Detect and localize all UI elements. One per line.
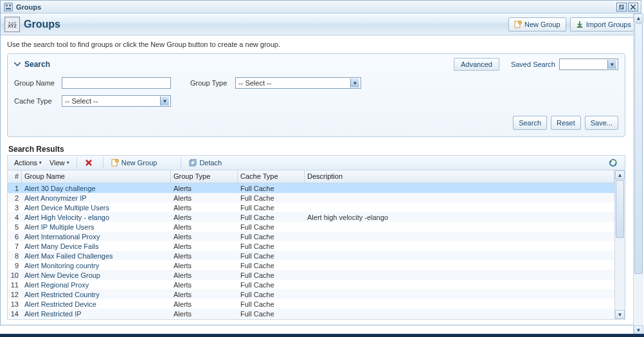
svg-point-14 (115, 159, 118, 163)
svg-rect-15 (190, 161, 195, 166)
cell-num: 4 (8, 214, 22, 221)
detach-button[interactable]: Detach (184, 158, 226, 168)
toolbar-new-group-button[interactable]: New Group (107, 158, 162, 168)
scroll-thumb[interactable] (634, 23, 643, 274)
table-row[interactable]: 13Alert Restricted DeviceAlertsFull Cach… (8, 299, 614, 309)
cell-cache: Full Cache (238, 262, 305, 269)
save-search-button[interactable]: Save... (585, 116, 618, 130)
cell-cache: Full Cache (238, 242, 305, 250)
panel-scrollbar[interactable]: ▲ ▼ (633, 14, 643, 334)
actions-menu[interactable]: Actions▾ (10, 158, 46, 168)
svg-rect-0 (4, 3, 12, 11)
cell-cache: Full Cache (238, 300, 305, 308)
cell-name-link[interactable]: Alert Max Failed Challenges (22, 252, 171, 260)
cell-type: Alerts (171, 271, 238, 279)
close-button[interactable] (628, 3, 638, 12)
col-num[interactable]: # (8, 170, 22, 183)
search-results-title: Search Results (8, 145, 625, 154)
cell-num: 7 (8, 242, 22, 250)
page-title: Groups (24, 19, 60, 30)
svg-rect-16 (191, 159, 196, 165)
cell-desc: Alert high velocity -elango (305, 214, 614, 221)
cell-name-link[interactable]: Alert Restricted Device (22, 300, 171, 308)
table-row[interactable]: 3Alert Device Multiple UsersAlertsFull C… (8, 203, 614, 212)
group-name-input[interactable] (62, 77, 171, 89)
new-group-button[interactable]: New Group (508, 17, 566, 32)
cell-name-link[interactable]: Alert Restricted IP (22, 310, 171, 318)
table-row[interactable]: 5Alert IP Multiple UsersAlertsFull Cache (8, 222, 614, 232)
delete-button[interactable] (80, 158, 100, 168)
svg-rect-2 (9, 5, 11, 6)
cell-name-link[interactable]: Alert Many Device Fails (22, 242, 171, 250)
cell-num: 1 (8, 185, 22, 192)
advanced-link[interactable]: Advanced (454, 58, 499, 71)
scroll-up-icon[interactable]: ▲ (615, 170, 625, 179)
cell-num: 10 (8, 271, 22, 279)
table-row[interactable]: 1Alert 30 Day challengeAlertsFull Cache (8, 183, 614, 193)
grid-scrollbar[interactable]: ▲ ▼ (614, 170, 625, 319)
scroll-down-icon[interactable]: ▼ (615, 310, 625, 319)
table-row[interactable]: 7Alert Many Device FailsAlertsFull Cache (8, 241, 614, 251)
refresh-button[interactable] (604, 157, 622, 168)
svg-rect-4 (619, 6, 623, 10)
cell-name-link[interactable]: Alert Regional Proxy (22, 281, 171, 289)
table-row[interactable]: 2Alert Anonymizer IPAlertsFull Cache (8, 193, 614, 203)
cell-name-link[interactable]: Alert High Velocity - elango (22, 214, 171, 221)
table-row[interactable]: 9Alert Monitoring countryAlertsFull Cach… (8, 260, 614, 270)
group-name-label: Group Name (14, 79, 62, 87)
reset-button[interactable]: Reset (551, 116, 581, 130)
view-menu[interactable]: View▾ (46, 158, 73, 168)
reset-button-label: Reset (557, 119, 575, 127)
svg-rect-10 (577, 26, 582, 28)
results-grid: # Group Name Group Type Cache Type Descr… (7, 170, 625, 320)
group-type-select[interactable]: -- Select -- ▼ (235, 77, 361, 89)
cell-cache: Full Cache (238, 214, 305, 221)
cell-type: Alerts (171, 262, 238, 269)
cell-num: 12 (8, 291, 22, 298)
detach-icon (189, 159, 197, 167)
cell-cache: Full Cache (238, 185, 305, 192)
cell-type: Alerts (171, 194, 238, 202)
cell-type: Alerts (171, 291, 238, 298)
cell-name-link[interactable]: Alert New Device Group (22, 271, 171, 279)
cell-num: 3 (8, 204, 22, 212)
table-row[interactable]: 4Alert High Velocity - elangoAlertsFull … (8, 212, 614, 222)
page-header: x,y,zXYZ Groups New Group Import Groups (1, 14, 641, 35)
cell-num: 11 (8, 281, 22, 289)
saved-search-select[interactable]: ▼ (559, 59, 618, 70)
new-icon (111, 159, 119, 167)
titlebar: Groups (1, 1, 641, 14)
table-row[interactable]: 8Alert Max Failed ChallengesAlertsFull C… (8, 251, 614, 260)
svg-rect-5 (620, 5, 624, 8)
cell-cache: Full Cache (238, 194, 305, 202)
table-row[interactable]: 11Alert Regional ProxyAlertsFull Cache (8, 280, 614, 289)
cell-name-link[interactable]: Alert Monitoring country (22, 262, 171, 269)
cell-name-link[interactable]: Alert Restricted Country (22, 291, 171, 298)
group-type-value: -- Select -- (238, 79, 271, 87)
scroll-thumb[interactable] (616, 180, 624, 238)
cell-type: Alerts (171, 252, 238, 260)
cell-name-link[interactable]: Alert Anonymizer IP (22, 194, 171, 202)
titlebar-title: Groups (16, 3, 41, 11)
search-button[interactable]: Search (513, 116, 547, 130)
view-menu-label: View (49, 159, 65, 167)
cell-cache: Full Cache (238, 271, 305, 279)
cell-name-link[interactable]: Alert International Proxy (22, 233, 171, 241)
import-groups-button[interactable]: Import Groups (570, 17, 637, 32)
col-cache[interactable]: Cache Type (238, 170, 305, 183)
col-type[interactable]: Group Type (171, 170, 238, 183)
restore-button[interactable] (616, 3, 627, 12)
cell-name-link[interactable]: Alert IP Multiple Users (22, 223, 171, 231)
col-name[interactable]: Group Name (22, 170, 171, 183)
search-disclose-icon[interactable] (14, 60, 22, 68)
cell-name-link[interactable]: Alert Device Multiple Users (22, 204, 171, 212)
scroll-up-icon[interactable]: ▲ (634, 14, 643, 23)
col-desc[interactable]: Description (305, 170, 614, 183)
scroll-down-icon[interactable]: ▼ (634, 325, 643, 334)
cache-type-select[interactable]: -- Select -- ▼ (62, 95, 171, 107)
table-row[interactable]: 14Alert Restricted IPAlertsFull Cache (8, 309, 614, 318)
table-row[interactable]: 10Alert New Device GroupAlertsFull Cache (8, 270, 614, 280)
table-row[interactable]: 6Alert International ProxyAlertsFull Cac… (8, 232, 614, 241)
cell-name-link[interactable]: Alert 30 Day challenge (22, 185, 171, 192)
table-row[interactable]: 12Alert Restricted CountryAlertsFull Cac… (8, 289, 614, 299)
